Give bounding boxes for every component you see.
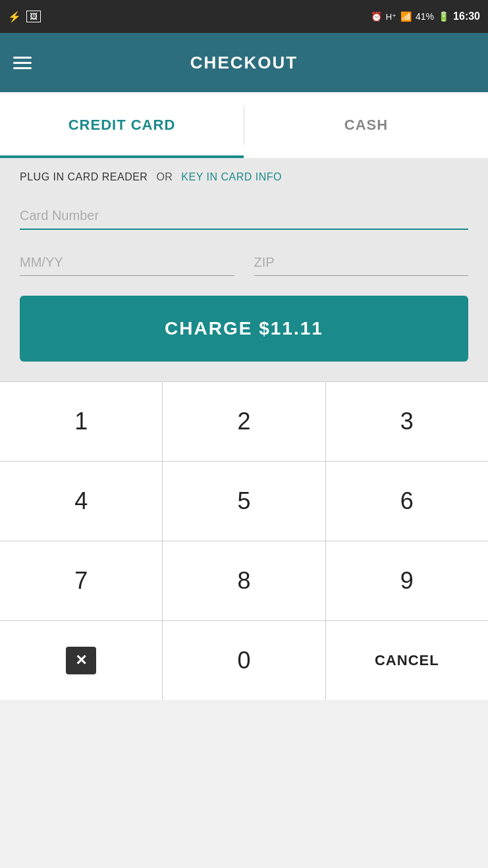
instruction-separator: OR xyxy=(156,171,173,182)
tab-credit-card[interactable]: CREDIT CARD xyxy=(0,92,244,158)
key-5[interactable]: 5 xyxy=(163,462,325,541)
key-7[interactable]: 7 xyxy=(0,541,163,620)
key-2[interactable]: 2 xyxy=(163,382,325,461)
charge-button[interactable]: CHARGE $11.11 xyxy=(20,296,468,362)
zip-input[interactable] xyxy=(254,250,469,276)
expiry-input[interactable] xyxy=(20,250,234,276)
key-1[interactable]: 1 xyxy=(0,382,163,461)
signal-icon: 📶 xyxy=(400,11,412,22)
key-4[interactable]: 4 xyxy=(0,462,163,541)
card-instructions: PLUG IN CARD READER OR KEY IN CARD INFO xyxy=(20,171,468,183)
card-number-input[interactable] xyxy=(20,203,468,230)
status-right-icons: ⏰ H⁺ 📶 41% 🔋 16:30 xyxy=(371,11,480,22)
key-8[interactable]: 8 xyxy=(163,541,325,620)
key-6[interactable]: 6 xyxy=(326,462,488,541)
hamburger-menu-icon[interactable] xyxy=(13,57,32,69)
battery-icon: 🔋 xyxy=(438,11,449,22)
time-display: 16:30 xyxy=(453,11,480,22)
key-3[interactable]: 3 xyxy=(326,382,488,461)
key-cancel[interactable]: CANCEL xyxy=(326,621,488,700)
header: CHECKOUT xyxy=(0,33,488,92)
tab-bar: CREDIT CARD CASH xyxy=(0,92,488,158)
tab-cash[interactable]: CASH xyxy=(244,92,488,158)
key-9[interactable]: 9 xyxy=(326,541,488,620)
numpad-row-3: 7 8 9 xyxy=(0,541,488,620)
key-backspace[interactable]: ✕ xyxy=(0,621,163,700)
card-section: PLUG IN CARD READER OR KEY IN CARD INFO … xyxy=(0,158,488,381)
alarm-icon: ⏰ xyxy=(371,11,382,22)
image-icon: 🖼 xyxy=(26,11,41,22)
battery-percent: 41% xyxy=(416,11,434,22)
signal-plus-icon: H⁺ xyxy=(386,12,396,22)
status-bar: ⚡ 🖼 ⏰ H⁺ 📶 41% 🔋 16:30 xyxy=(0,0,488,33)
key-in-text[interactable]: KEY IN CARD INFO xyxy=(181,171,282,182)
backspace-icon: ✕ xyxy=(66,647,96,674)
usb-icon: ⚡ xyxy=(8,11,21,23)
numpad-row-1: 1 2 3 xyxy=(0,381,488,461)
numpad-row-2: 4 5 6 xyxy=(0,461,488,541)
expiry-zip-row xyxy=(20,250,468,276)
status-left-icons: ⚡ 🖼 xyxy=(8,11,41,23)
numpad: 1 2 3 4 5 6 7 8 9 ✕ 0 xyxy=(0,381,488,700)
key-0[interactable]: 0 xyxy=(163,621,325,700)
numpad-row-4: ✕ 0 CANCEL xyxy=(0,620,488,700)
page-title: CHECKOUT xyxy=(190,53,298,73)
